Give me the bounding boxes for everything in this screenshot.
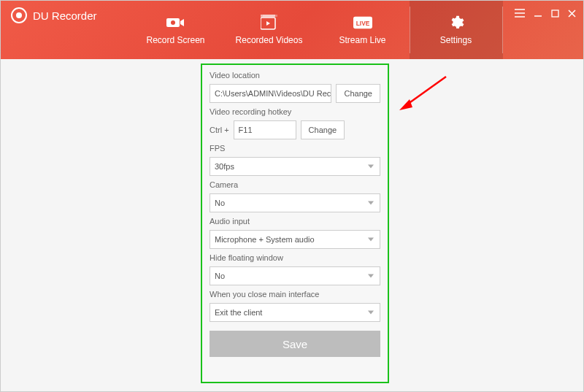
settings-panel: Video location C:\Users\ADMIN\Videos\DU … bbox=[201, 64, 389, 383]
camera-value: No bbox=[215, 199, 225, 207]
camera-record-icon bbox=[166, 15, 185, 31]
svg-text:LIVE: LIVE bbox=[356, 20, 369, 27]
svg-marker-8 bbox=[399, 99, 412, 110]
app-window: DU Recorder Record Screen Recorded Video… bbox=[0, 0, 584, 392]
annotation-arrow-icon bbox=[396, 75, 447, 112]
tab-stream-live[interactable]: LIVE Stream Live bbox=[316, 1, 410, 59]
close-button[interactable] bbox=[568, 8, 576, 20]
menu-icon[interactable] bbox=[515, 8, 525, 20]
fps-select[interactable]: 30fps bbox=[210, 157, 380, 176]
tab-label: Record Screen bbox=[147, 35, 205, 45]
video-library-icon bbox=[260, 15, 279, 31]
video-location-input[interactable]: C:\Users\ADMIN\Videos\DU Recorder bbox=[210, 84, 331, 103]
tab-label: Recorded Videos bbox=[236, 35, 303, 45]
tab-label: Settings bbox=[440, 35, 472, 45]
hotkey-label: Video recording hotkey bbox=[210, 107, 380, 116]
camera-select[interactable]: No bbox=[210, 193, 380, 212]
change-location-button[interactable]: Change bbox=[336, 84, 380, 103]
audio-select[interactable]: Microphone + System audio bbox=[210, 230, 380, 249]
close-behavior-select[interactable]: Exit the client bbox=[210, 303, 380, 322]
hotkey-modifier-label: Ctrl + bbox=[210, 126, 229, 134]
tab-settings[interactable]: Settings bbox=[410, 1, 503, 59]
change-hotkey-button[interactable]: Change bbox=[301, 120, 345, 139]
audio-label: Audio input bbox=[210, 217, 380, 226]
hotkey-input[interactable]: F11 bbox=[234, 120, 296, 139]
save-button[interactable]: Save bbox=[210, 331, 380, 357]
hide-window-label: Hide floating window bbox=[210, 253, 380, 262]
brand: DU Recorder bbox=[1, 1, 107, 30]
tab-record-screen[interactable]: Record Screen bbox=[129, 1, 223, 59]
live-badge-icon: LIVE bbox=[353, 15, 372, 31]
tab-recorded-videos[interactable]: Recorded Videos bbox=[223, 1, 316, 59]
save-button-label: Save bbox=[283, 338, 307, 350]
svg-rect-6 bbox=[552, 10, 558, 17]
fps-value: 30fps bbox=[215, 162, 234, 171]
content-area: Video location C:\Users\ADMIN\Videos\DU … bbox=[1, 59, 583, 391]
video-location-label: Video location bbox=[210, 71, 380, 80]
minimize-button[interactable] bbox=[534, 8, 542, 20]
app-logo-icon bbox=[11, 7, 27, 23]
fps-label: FPS bbox=[210, 144, 380, 153]
hide-window-value: No bbox=[215, 272, 225, 280]
camera-label: Camera bbox=[210, 180, 380, 189]
gear-icon bbox=[447, 15, 466, 31]
hide-window-select[interactable]: No bbox=[210, 266, 380, 285]
main-tabs: Record Screen Recorded Videos LIVE Strea… bbox=[129, 1, 503, 59]
window-controls bbox=[515, 8, 576, 20]
audio-value: Microphone + System audio bbox=[215, 235, 315, 244]
maximize-button[interactable] bbox=[551, 8, 559, 20]
header: DU Recorder Record Screen Recorded Video… bbox=[1, 1, 583, 59]
close-behavior-value: Exit the client bbox=[215, 308, 262, 317]
app-title: DU Recorder bbox=[33, 9, 97, 22]
svg-line-7 bbox=[405, 77, 446, 106]
tab-label: Stream Live bbox=[339, 35, 386, 45]
svg-point-0 bbox=[171, 20, 175, 25]
svg-rect-3 bbox=[263, 15, 277, 17]
close-behavior-label: When you close main interface bbox=[210, 290, 380, 299]
